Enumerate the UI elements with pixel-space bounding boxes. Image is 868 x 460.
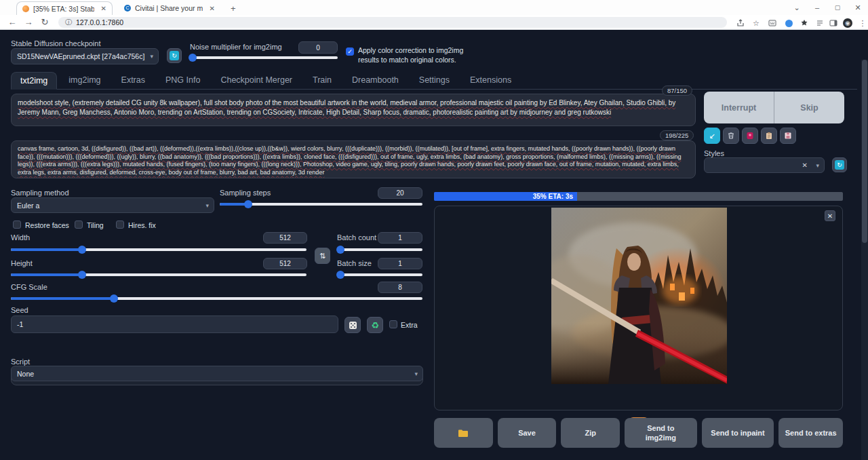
gradio-favicon	[22, 5, 29, 12]
browser-chevron-icon[interactable]: ⌄	[787, 3, 807, 12]
save-button[interactable]: Save	[498, 418, 557, 448]
arrow-down-left-icon: ↙	[709, 132, 715, 140]
height-input[interactable]: 512	[263, 258, 307, 269]
width-input[interactable]: 512	[263, 232, 307, 244]
sampling-steps-input[interactable]: 20	[378, 187, 422, 199]
batch-size-slider[interactable]	[337, 271, 422, 279]
tab-close-icon[interactable]: ✕	[101, 5, 106, 12]
restore-faces-checkbox[interactable]	[13, 221, 21, 229]
window-minimize-icon[interactable]: –	[807, 3, 827, 12]
send-to-img2img-button[interactable]: Send to img2img	[625, 418, 697, 448]
tab-dreambooth[interactable]: Dreambooth	[343, 72, 408, 89]
height-slider[interactable]	[11, 271, 307, 279]
tab-close-icon[interactable]: ✕	[210, 5, 215, 12]
save-style-button[interactable]	[780, 128, 796, 144]
styles-label: Styles	[704, 149, 724, 157]
cfg-scale-input[interactable]: 8	[378, 282, 422, 293]
clear-styles-icon[interactable]: ✕	[802, 161, 808, 169]
browser-toolbar: ← → ↻ ⓘ 127.0.0.1:7860 ☆ ◉ ⋮	[0, 15, 868, 30]
tab-checkpoint-merger[interactable]: Checkpoint Merger	[212, 72, 301, 89]
generated-image-preview[interactable]	[551, 208, 727, 384]
reuse-seed-button[interactable]: ♻	[367, 317, 383, 333]
site-info-icon[interactable]: ⓘ	[65, 18, 72, 27]
tab-txt2img[interactable]: txt2img	[11, 72, 57, 90]
apply-style-button[interactable]	[761, 128, 777, 144]
send-to-inpaint-button[interactable]: Send to inpaint	[702, 418, 774, 448]
bookmark-star-icon[interactable]: ☆	[751, 18, 762, 28]
output-gallery-panel: ✕	[434, 206, 843, 410]
chevron-down-icon: ▾	[205, 202, 209, 209]
color-correction-checkbox[interactable]: ✓	[346, 47, 354, 56]
paste-params-button[interactable]: ↙	[704, 128, 720, 144]
tiling-checkbox[interactable]	[75, 221, 83, 229]
sd-webui-page: Stable Diffusion checkpoint SD15NewVAEpr…	[0, 30, 868, 460]
screen: [35% ETA: 3s] Stable Diffusion ✕ C Civit…	[0, 0, 868, 460]
interrupt-button[interactable]: Interrupt	[704, 92, 774, 123]
tab-train[interactable]: Train	[304, 72, 340, 89]
hires-fix-checkbox[interactable]	[116, 221, 124, 229]
skip-button[interactable]: Skip	[774, 92, 844, 123]
script-dropdown[interactable]: None ▾	[11, 366, 423, 381]
share-icon[interactable]	[735, 18, 746, 28]
sampling-steps-label: Sampling steps	[220, 189, 271, 197]
window-controls: ⌄ – ▢ ✕	[787, 0, 868, 15]
browser-tab-stable-diffusion[interactable]: [35% ETA: 3s] Stable Diffusion ✕	[16, 1, 113, 15]
noise-multiplier-input[interactable]: 0	[298, 41, 338, 54]
trash-icon	[727, 132, 735, 140]
prompt-textarea[interactable]: modelshoot style, (extremely detailed CG…	[11, 94, 696, 126]
address-bar[interactable]: ⓘ 127.0.0.1:7860	[58, 17, 727, 28]
extensions-puzzle-icon[interactable]	[799, 18, 810, 28]
cfg-scale-slider[interactable]	[11, 294, 422, 303]
extension-grid-icon[interactable]	[767, 18, 778, 28]
side-panel-icon[interactable]	[828, 18, 839, 28]
sampling-method-dropdown[interactable]: Euler a ▾	[11, 197, 214, 213]
clear-prompt-button[interactable]	[723, 128, 739, 144]
tab-extensions[interactable]: Extensions	[461, 72, 520, 89]
batch-count-input[interactable]: 1	[378, 232, 422, 244]
tab-extras[interactable]: Extras	[113, 72, 154, 89]
color-correction-label: Apply color correction to img2img result…	[358, 45, 484, 64]
back-icon[interactable]: ←	[5, 17, 19, 27]
checkpoint-dropdown[interactable]: SD15NewVAEpruned.ckpt [27a4ac756c] ▾	[11, 48, 159, 64]
progress-bar: 35% ETA: 3s	[434, 192, 843, 201]
batch-count-slider[interactable]	[337, 246, 422, 254]
swap-dimensions-button[interactable]: ⇅	[315, 248, 330, 264]
random-seed-button[interactable]	[344, 317, 361, 333]
styles-refresh-button[interactable]: ↻	[832, 157, 847, 172]
zip-button[interactable]: Zip	[561, 418, 620, 448]
send-to-extras-button[interactable]: Send to extras	[778, 418, 843, 448]
tab-settings[interactable]: Settings	[410, 72, 458, 89]
script-label: Script	[11, 358, 30, 366]
styles-dropdown[interactable]: ✕ ▾	[704, 157, 825, 173]
height-label: Height	[11, 259, 33, 267]
forward-icon[interactable]: →	[22, 17, 35, 27]
folder-icon	[458, 429, 469, 438]
extra-networks-button[interactable]	[742, 128, 758, 144]
window-maximize-icon[interactable]: ▢	[827, 4, 848, 11]
tab-png-info[interactable]: PNG Info	[157, 72, 209, 89]
noise-multiplier-label: Noise multiplier for img2img	[190, 43, 282, 51]
negative-prompt-textarea[interactable]: canvas frame, cartoon, 3d, ((disfigured)…	[11, 140, 696, 178]
noise-multiplier-slider[interactable]	[190, 54, 338, 62]
profile-avatar[interactable]: ◉	[842, 18, 853, 28]
page-scrollbar[interactable]	[861, 60, 868, 460]
batch-size-input[interactable]: 1	[378, 258, 422, 269]
reload-icon[interactable]: ↻	[38, 17, 52, 27]
close-icon[interactable]: ✕	[825, 210, 835, 221]
seed-input[interactable]: -1	[11, 315, 338, 333]
browser-tab-civitai[interactable]: C Civitai | Share your models ✕	[119, 1, 220, 15]
tab-title: [35% ETA: 3s] Stable Diffusion	[33, 5, 94, 13]
browser-menu-icon[interactable]: ⋮	[857, 18, 868, 28]
reading-list-icon[interactable]	[814, 18, 825, 28]
extension-blue-icon[interactable]	[783, 18, 794, 28]
extra-seed-checkbox[interactable]	[389, 320, 397, 328]
width-slider[interactable]	[11, 246, 307, 254]
tab-img2img[interactable]: img2img	[60, 72, 109, 89]
new-tab-button[interactable]: +	[225, 1, 239, 15]
window-close-icon[interactable]: ✕	[848, 3, 868, 12]
checkpoint-label: Stable Diffusion checkpoint	[11, 39, 101, 47]
checkpoint-refresh-button[interactable]: ↻	[167, 48, 182, 63]
checkpoint-value: SD15NewVAEpruned.ckpt [27a4ac756c]	[17, 52, 144, 60]
sampling-steps-slider[interactable]	[220, 200, 422, 208]
open-folder-button[interactable]	[434, 418, 493, 448]
